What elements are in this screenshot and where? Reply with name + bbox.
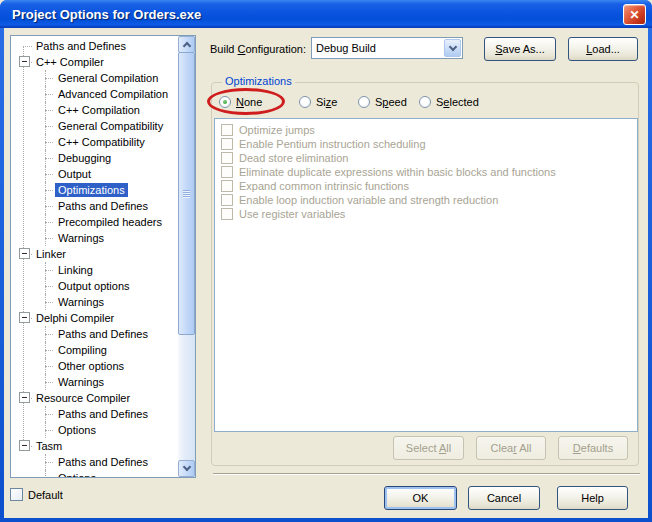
tree-item[interactable]: C++ Compilation	[11, 102, 178, 118]
tree-item[interactable]: Output options	[11, 278, 178, 294]
radio-speed[interactable]: Speed	[358, 96, 407, 108]
chevron-up-icon	[182, 42, 190, 50]
collapse-icon[interactable]	[19, 56, 30, 67]
scroll-down-button[interactable]	[178, 460, 195, 477]
build-configuration-combobox[interactable]: Debug Build	[311, 37, 463, 59]
tree-item[interactable]: Compiling	[11, 342, 178, 358]
radio-label: Speed	[375, 96, 407, 108]
close-button[interactable]: ✕	[623, 4, 646, 25]
divider	[213, 473, 640, 475]
tree-item[interactable]: Paths and Defines	[11, 38, 178, 54]
tree-item[interactable]: Paths and Defines	[11, 454, 178, 470]
ok-button[interactable]: OK	[384, 486, 457, 510]
tree-item[interactable]: Options	[11, 470, 178, 477]
select-all-button: Select All	[393, 436, 464, 460]
radio-size[interactable]: Size	[299, 96, 337, 108]
radio-icon	[419, 96, 431, 108]
checkbox-icon	[221, 166, 233, 178]
default-checkbox-label: Default	[28, 489, 63, 501]
radio-selected[interactable]: Selected	[419, 96, 479, 108]
optimization-options-list: Optimize jumps Enable Pentium instructio…	[214, 118, 638, 432]
collapse-icon[interactable]	[19, 440, 30, 451]
tree-item[interactable]: Delphi Compiler	[11, 310, 178, 326]
tree-item[interactable]: Paths and Defines	[11, 326, 178, 342]
checkbox-icon	[221, 152, 233, 164]
radio-none[interactable]: None	[219, 96, 262, 108]
tree-item[interactable]: Warnings	[11, 294, 178, 310]
tree-item[interactable]: Resource Compiler	[11, 390, 178, 406]
combobox-value: Debug Build	[312, 42, 444, 54]
collapse-icon[interactable]	[19, 248, 30, 259]
tree-rows: Paths and Defines C++ Compiler General C…	[11, 38, 178, 477]
list-item: Optimize jumps	[221, 123, 637, 137]
radio-icon	[299, 96, 311, 108]
checkbox-icon	[221, 180, 233, 192]
list-item: Use register variables	[221, 207, 637, 221]
tree-item[interactable]: General Compilation	[11, 70, 178, 86]
tree-item[interactable]: Other options	[11, 358, 178, 374]
radio-label: None	[236, 96, 262, 108]
checkbox-icon	[221, 124, 233, 136]
tree-scrollbar[interactable]	[178, 36, 195, 477]
checkbox-icon	[10, 488, 23, 501]
radio-label: Selected	[436, 96, 479, 108]
radio-label: Size	[316, 96, 337, 108]
radio-icon	[358, 96, 370, 108]
list-item: Dead store elimination	[221, 151, 637, 165]
load-button[interactable]: Load...	[568, 37, 638, 61]
save-as-button[interactable]: Save As...	[484, 37, 556, 61]
tree-item[interactable]: C++ Compatibility	[11, 134, 178, 150]
scrollbar-thumb[interactable]	[178, 52, 195, 335]
checkbox-icon	[221, 208, 233, 220]
help-button[interactable]: Help	[557, 486, 628, 510]
scroll-up-button[interactable]	[178, 36, 195, 53]
collapse-icon[interactable]	[19, 312, 30, 323]
tree-item[interactable]: Tasm	[11, 438, 178, 454]
radio-selected-icon	[219, 96, 231, 108]
tree-item[interactable]: Output	[11, 166, 178, 182]
checkbox-icon	[221, 194, 233, 206]
optimizations-groupbox: Optimizations None Size Speed Selected O…	[211, 82, 639, 466]
tree-item[interactable]: General Compatibility	[11, 118, 178, 134]
groupbox-caption: Optimizations	[222, 75, 295, 87]
tree-item[interactable]: Paths and Defines	[11, 406, 178, 422]
dialog-window: Project Options for Orders.exe ✕ Paths a…	[0, 0, 652, 522]
checkbox-icon	[221, 138, 233, 150]
tree-item[interactable]: Options	[11, 422, 178, 438]
default-checkbox[interactable]: Default	[10, 488, 63, 501]
collapse-icon[interactable]	[19, 392, 30, 403]
list-item: Enable Pentium instruction scheduling	[221, 137, 637, 151]
window-title: Project Options for Orders.exe	[12, 7, 201, 22]
build-configuration-label: Build Configuration:	[210, 43, 306, 55]
tree-item[interactable]: Linker	[11, 246, 178, 262]
dialog-client-area: Paths and Defines C++ Compiler General C…	[4, 28, 648, 518]
tree-item[interactable]: Linking	[11, 262, 178, 278]
options-tree: Paths and Defines C++ Compiler General C…	[10, 35, 196, 478]
list-item: Eliminate duplicate expressions within b…	[221, 165, 637, 179]
chevron-down-icon	[448, 42, 456, 50]
tree-item[interactable]: Precompiled headers	[11, 214, 178, 230]
tree-item[interactable]: Paths and Defines	[11, 198, 178, 214]
tree-item-optimizations[interactable]: Optimizations	[11, 182, 178, 198]
tree-item[interactable]: Warnings	[11, 374, 178, 390]
tree-item[interactable]: Warnings	[11, 230, 178, 246]
combobox-dropdown-button[interactable]	[444, 39, 461, 57]
chevron-down-icon	[182, 463, 190, 471]
title-bar[interactable]: Project Options for Orders.exe ✕	[0, 0, 652, 28]
clear-all-button: Clear All	[476, 436, 546, 460]
defaults-button: Defaults	[558, 436, 628, 460]
list-item: Enable loop induction variable and stren…	[221, 193, 637, 207]
thumb-gripper-icon	[183, 190, 190, 198]
cancel-button[interactable]: Cancel	[468, 486, 540, 510]
tree-item[interactable]: Advanced Compilation	[11, 86, 178, 102]
tree-item[interactable]: C++ Compiler	[11, 54, 178, 70]
list-item: Expand common intrinsic functions	[221, 179, 637, 193]
tree-item[interactable]: Debugging	[11, 150, 178, 166]
close-icon: ✕	[629, 8, 639, 22]
